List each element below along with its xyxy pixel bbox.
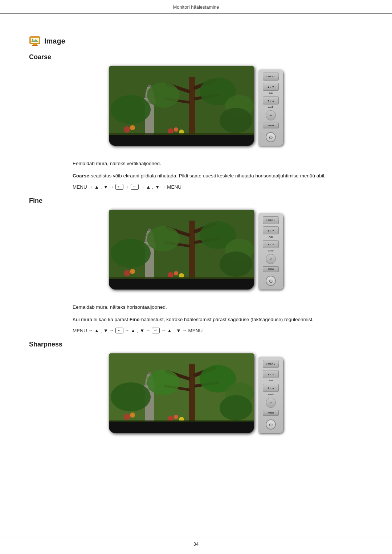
svg-point-79 xyxy=(130,413,135,418)
coarse-desc2-suffix: -seadistus võib ekraani pildiala nihutad… xyxy=(89,173,326,178)
coarse-screen xyxy=(109,66,254,146)
sharpness-vad-btn: ▼/▲ xyxy=(263,384,279,392)
sharpness-auto-btn: AUTO xyxy=(263,410,279,416)
vad-button-group: ▼/▲ V/AD xyxy=(263,97,279,108)
fine-side-panel: ☞ ≡ MENU ▲/▼ A/B ▼/▲ V/AD ↵ xyxy=(258,213,283,290)
svg-point-76 xyxy=(174,415,178,419)
svg-point-45 xyxy=(111,239,151,268)
ab-button: ▲/▼ xyxy=(263,83,279,91)
nav-enter-icon-1: ↵ xyxy=(115,184,123,190)
power-button: ⏻ xyxy=(266,132,276,142)
nav-enter-icon-2: ↵ xyxy=(131,184,139,190)
fine-screen xyxy=(109,210,254,290)
svg-point-26 xyxy=(174,127,178,132)
coarse-heading: Coarse xyxy=(29,53,363,61)
sharpness-vad-group: ▼/▲ V/AD xyxy=(263,384,279,395)
fine-desc2: Kui müra ei kao ka pärast Fine-häälestus… xyxy=(73,316,363,324)
sharpness-monitor-base xyxy=(109,422,254,433)
svg-point-74 xyxy=(220,395,252,420)
svg-point-49 xyxy=(220,251,252,277)
fine-vad-btn: ▼/▲ xyxy=(263,240,279,248)
auto-button: AUTO xyxy=(263,123,279,128)
coarse-desc2: Coarse-seadistus võib ekraani pildiala n… xyxy=(73,172,363,180)
sharpness-enter-group: ↵ xyxy=(266,398,276,408)
content-area: Image Coarse xyxy=(0,13,392,476)
coarse-bold: Coarse xyxy=(73,173,89,178)
fine-enter-btn: ↵ xyxy=(266,254,276,264)
svg-point-51 xyxy=(174,271,178,275)
sharpness-ab-btn: ▲/▼ xyxy=(263,370,279,378)
fine-menu-nav: MENU → ▲ , ▼ → ↵ → ▲ , ▼ → ↵ → ▲ , ▼ → M… xyxy=(73,328,363,333)
fine-screen-image xyxy=(109,210,254,290)
monitor-base xyxy=(109,135,254,146)
svg-point-29 xyxy=(130,125,135,130)
fine-monitor-base xyxy=(109,279,254,290)
svg-rect-19 xyxy=(148,85,151,87)
svg-point-70 xyxy=(111,382,151,411)
ab-button-group: ▲/▼ A/B xyxy=(263,83,279,94)
sharpness-screen-image xyxy=(109,353,254,433)
header-title: Monitori häälestamine xyxy=(173,4,219,10)
bottom-border xyxy=(0,538,392,538)
svg-point-28 xyxy=(124,126,130,133)
svg-point-4 xyxy=(32,39,33,40)
svg-point-78 xyxy=(124,414,130,420)
fine-vad-group: ▼/▲ V/AD xyxy=(263,240,279,252)
coarse-screen-image xyxy=(109,66,254,146)
circle-button: ↵ xyxy=(266,110,276,120)
svg-rect-69 xyxy=(148,372,151,374)
svg-point-20 xyxy=(111,95,151,124)
fine-ab-btn: ▲/▼ xyxy=(263,226,279,234)
coarse-monitor: ☞ ≡ MENU ▲/▼ A/B xyxy=(109,66,283,153)
image-section-icon xyxy=(29,35,41,47)
svg-point-54 xyxy=(130,269,135,274)
coarse-side-panel: ☞ ≡ MENU ▲/▼ A/B xyxy=(258,70,283,146)
coarse-monitor-container: ☞ ≡ MENU ▲/▼ A/B xyxy=(29,66,363,153)
sharpness-monitor: ☞ ≡ MENU ▲/▼ A/B ▼/▲ V/AD ↵ xyxy=(109,353,283,440)
circle-button-group: ↵ xyxy=(266,110,276,120)
sharpness-ab-group: ▲/▼ A/B xyxy=(263,370,279,382)
fine-nav-enter-2: ↵ xyxy=(152,328,160,333)
sharpness-power-btn: ⏻ xyxy=(266,419,276,430)
page-number: 34 xyxy=(0,541,392,547)
fine-desc2-suffix: -häälestust, korrake häälestamist pärast… xyxy=(140,317,314,322)
svg-point-24 xyxy=(220,108,252,133)
svg-point-46 xyxy=(147,226,180,251)
fine-power-btn: ⏻ xyxy=(266,276,276,286)
top-border xyxy=(0,13,392,14)
fine-nav-enter-1: ↵ xyxy=(115,328,123,333)
coarse-desc1: Eemaldab müra, näiteks vertikaaljooned. xyxy=(73,160,363,168)
fine-desc2-prefix: Kui müra ei kao ka pärast xyxy=(73,317,130,322)
fine-desc1: Eemaldab müra, näiteks horisontaaljooned… xyxy=(73,303,363,311)
fine-ab-group: ▲/▼ A/B xyxy=(263,226,279,238)
svg-point-21 xyxy=(147,82,180,108)
svg-point-53 xyxy=(124,270,130,276)
image-section-header: Image xyxy=(29,35,363,47)
sharpness-monitor-container: ☞ ≡ MENU ▲/▼ A/B ▼/▲ V/AD ↵ xyxy=(29,353,363,440)
coarse-menu-nav: MENU → ▲ , ▼ → ↵ → ↵ → ▲ , ▼ → MENU xyxy=(73,184,363,190)
page-header: Monitori häälestamine xyxy=(0,0,392,13)
svg-rect-2 xyxy=(33,44,37,45)
vad-button: ▼/▲ xyxy=(263,97,279,104)
fine-bold: Fine xyxy=(130,317,140,322)
svg-rect-3 xyxy=(32,45,38,46)
fine-monitor: ☞ ≡ MENU ▲/▼ A/B ▼/▲ V/AD ↵ xyxy=(109,210,283,297)
fine-enter-group: ↵ xyxy=(266,254,276,264)
sharpness-side-panel: ☞ ≡ MENU ▲/▼ A/B ▼/▲ V/AD ↵ xyxy=(258,357,283,433)
svg-point-71 xyxy=(147,370,180,395)
sharpness-screen xyxy=(109,353,254,433)
sharpness-heading: Sharpness xyxy=(29,341,363,348)
image-section-title: Image xyxy=(44,37,65,45)
sharpness-enter-btn: ↵ xyxy=(266,398,276,408)
fine-heading: Fine xyxy=(29,197,363,205)
fine-monitor-container: ☞ ≡ MENU ▲/▼ A/B ▼/▲ V/AD ↵ xyxy=(29,210,363,297)
svg-rect-44 xyxy=(148,229,151,231)
fine-auto-btn: AUTO xyxy=(263,266,279,272)
